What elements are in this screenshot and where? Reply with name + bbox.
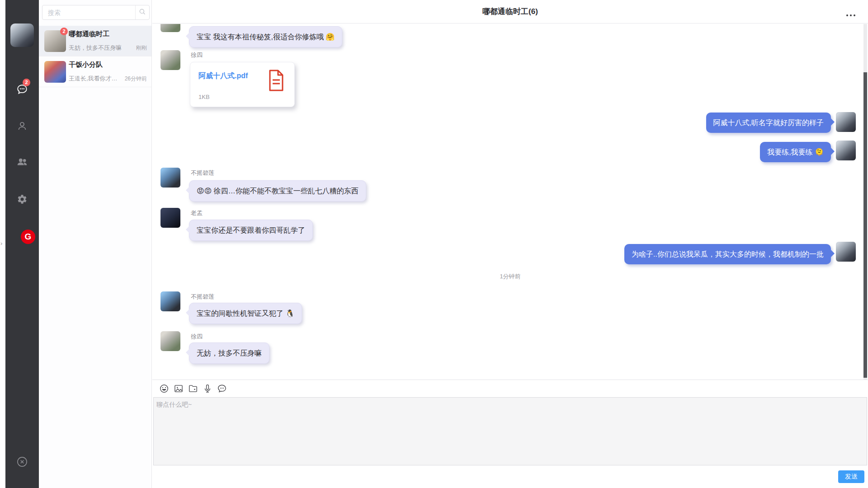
file-attachment[interactable]: 阿威十八式.pdf 1KB [190,62,295,107]
nav-groups-button[interactable] [17,157,28,168]
group-avatar [44,61,66,83]
chat-list-item[interactable]: 2 哪都通临时工 无妨，技多不压身嘛 刚刚 [39,26,151,56]
message-bubble: 宝宝 我这有本祖传秘笈,很适合你修炼哦 🤗 [189,26,342,47]
chat-history-button[interactable] [217,384,227,394]
sender-name: 不摇碧莲 [191,293,214,301]
file-size: 1KB [198,94,210,100]
scrollbar-thumb[interactable] [863,72,867,378]
avatar[interactable] [836,141,856,160]
search-button[interactable] [135,5,149,19]
chat-main: 哪都通临时工(6) 宝宝 我这有本祖传秘笈,很适合你修炼哦 🤗 徐四 阿威十八式… [152,0,868,488]
file-name[interactable]: 阿威十八式.pdf [198,71,248,81]
chat-title: 哪都通临时工 [69,30,109,38]
image-button[interactable] [173,384,184,394]
message-bubble: 宝宝你还是不要跟着你四哥乱学了 [189,220,313,241]
nav-contacts-button[interactable] [17,122,28,132]
message-bubble: 宝宝的间歇性机智证又犯了 🐧 [189,303,302,324]
chat-list-item[interactable]: 干饭小分队 王道长,我看你才… 26分钟前 [39,56,151,87]
message-input[interactable] [154,398,867,465]
message-input-box [153,397,867,465]
chat-header: 哪都通临时工(6) [152,0,868,23]
sender-name: 徐四 [191,51,203,59]
avatar[interactable] [836,112,856,132]
timestamp-divider: 1分钟前 [152,272,868,281]
sender-name: 老孟 [191,209,203,217]
message-bubble: 阿威十八式,听名字就好厉害的样子 [706,113,831,133]
sidebar-expander[interactable]: › [0,240,2,247]
chat-list-panel: 2 哪都通临时工 无妨，技多不压身嘛 刚刚 干饭小分队 王道长,我看你才… 26… [39,0,152,488]
message-list: 宝宝 我这有本祖传秘笈,很适合你修炼哦 🤗 徐四 阿威十八式.pdf 1KB 阿… [152,24,868,380]
scrollbar-track [863,24,867,380]
message-bubble: 无妨，技多不压身嘛 [189,343,269,364]
message-bubble: 我要练,我要练 🫠 [760,142,831,162]
chat-title: 干饭小分队 [69,61,103,69]
chat-last-message: 王道长,我看你才… [69,75,118,83]
microphone-button[interactable] [202,384,212,394]
nav-chats-button[interactable] [17,85,28,96]
avatar[interactable] [160,168,180,188]
send-button[interactable]: 发送 [838,470,864,483]
chat-time: 刚刚 [136,44,147,52]
avatar[interactable] [160,50,180,70]
chat-last-message: 无妨，技多不压身嘛 [69,44,122,52]
sender-name: 徐四 [191,333,203,341]
composer-toolbar [152,380,227,397]
message-bubble: 😡😡 徐四…你能不能不教宝宝一些乱七八糟的东西 [189,180,366,202]
group-icon [16,156,28,169]
user-avatar[interactable] [10,23,34,47]
emoji-button[interactable] [159,384,169,394]
close-button[interactable] [17,457,28,468]
avatar[interactable] [160,24,180,32]
sender-name: 不摇碧莲 [191,169,214,177]
settings-gear-icon [17,194,28,206]
contacts-icon [17,121,28,133]
logo-g[interactable]: G [21,230,35,244]
nav-settings-button[interactable] [17,195,28,206]
avatar[interactable] [160,291,180,311]
unread-badge: 2 [23,79,30,86]
left-rail: 2 G [5,0,39,488]
pdf-file-icon [267,70,285,94]
search-input[interactable] [42,5,135,19]
search-icon [138,8,146,18]
folder-button[interactable] [188,384,198,394]
avatar[interactable] [836,242,856,262]
close-circle-icon [16,456,28,469]
unread-badge: 2 [60,28,68,35]
avatar[interactable] [160,208,180,228]
search-box [42,5,150,20]
chat-time: 26分钟前 [125,75,147,83]
avatar[interactable] [160,331,180,351]
composer: 发送 [152,380,868,488]
more-options-icon[interactable] [846,14,855,16]
message-bubble: 为啥子..你们总说我呆瓜，其实大多的时候，我都机制的一批 [624,244,831,264]
page-title: 哪都通临时工(6) [152,0,868,23]
